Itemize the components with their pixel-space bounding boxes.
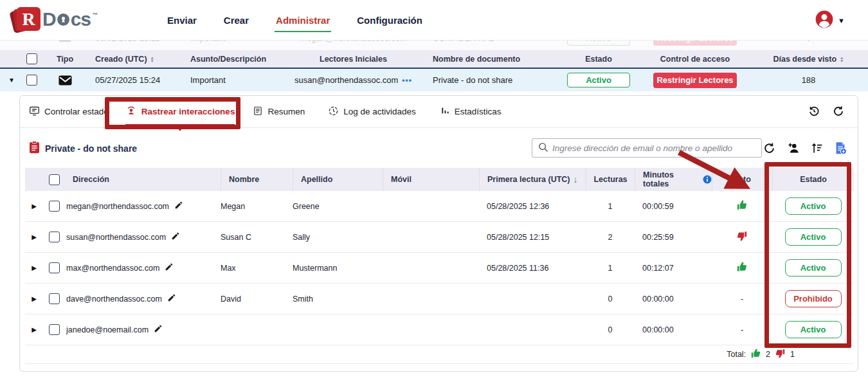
edit-pencil-icon[interactable]: [167, 293, 176, 304]
user-menu[interactable]: ▼: [815, 10, 845, 31]
nav-item-crear[interactable]: Crear: [222, 10, 250, 31]
trademark-symbol: ™: [92, 12, 98, 18]
thumb-down-icon: [736, 230, 748, 242]
edit-pencil-icon[interactable]: [165, 262, 174, 273]
select-all-documents-checkbox[interactable]: [26, 53, 37, 64]
document-status-button[interactable]: Activo: [567, 73, 630, 87]
status-badge[interactable]: Prohibido: [785, 290, 842, 307]
panel-document-title: Private - do not share: [29, 141, 137, 156]
history-icon[interactable]: [808, 105, 820, 118]
days-since-seen-value: 188: [749, 75, 868, 85]
lock-o-icon: [57, 9, 70, 31]
status-badge[interactable]: Activo: [785, 321, 842, 338]
col-header-control-acceso: Control de acceso: [641, 55, 749, 64]
refresh-icon[interactable]: [832, 105, 845, 118]
status-badge[interactable]: Activo: [785, 197, 842, 215]
thumb-down-total-count: 1: [790, 350, 795, 359]
reader-first-name: Susan C: [221, 233, 293, 242]
reader-row-checkbox[interactable]: [49, 324, 60, 335]
expand-reader-row-icon[interactable]: ▶: [25, 264, 43, 271]
expand-reader-row-icon[interactable]: ▶: [25, 203, 43, 210]
totals-row: Total: 2 1: [25, 345, 854, 364]
reader-row-checkbox[interactable]: [49, 232, 60, 242]
col-movil: Móvil: [383, 168, 479, 191]
read-count: 0: [586, 295, 635, 304]
sort-creado-icon[interactable]: ▲▼: [150, 56, 154, 62]
user-avatar-icon[interactable]: [815, 10, 833, 31]
edit-pencil-icon[interactable]: [154, 324, 163, 335]
refresh-readers-icon[interactable]: [763, 141, 776, 155]
first-read-timestamp: 05/28/2025 12:15: [479, 233, 586, 242]
document-row-checkbox[interactable]: [26, 75, 37, 86]
document-created: 05/27/2025 15:24: [90, 75, 175, 85]
document-detail-panel: Controlar estado Rastrear interacciones …: [19, 95, 858, 372]
search-input[interactable]: [552, 143, 756, 153]
col-header-nombre-documento: Nombre de documento: [429, 55, 556, 64]
edit-pencil-icon[interactable]: [171, 232, 180, 242]
export-report-icon[interactable]: [833, 141, 847, 155]
collapse-row-icon[interactable]: ▼: [0, 77, 23, 84]
col-header-lectores: Lectores Iniciales: [278, 55, 429, 64]
statistics-bars-icon: [440, 105, 450, 118]
vote-cell: -: [712, 325, 772, 334]
status-badge[interactable]: Activo: [785, 228, 842, 246]
readers-scrollbar-track[interactable]: [847, 191, 851, 345]
nav-item-administrar[interactable]: Administrar: [275, 10, 331, 31]
readers-table-header: Dirección Nombre Apellido Móvil Primera …: [25, 168, 854, 191]
reader-row-checkbox[interactable]: [49, 262, 60, 273]
thumb-down-total-icon: [775, 348, 786, 361]
logo-wordmark: D cs: [42, 7, 91, 31]
thumb-up-icon: [736, 199, 748, 211]
rdocs-logo[interactable]: R D cs ™: [17, 7, 98, 31]
tab-controlar-estado[interactable]: Controlar estado: [29, 96, 109, 128]
expand-reader-row-icon[interactable]: ▶: [25, 326, 43, 333]
documents-table-header: Tipo Creado (UTC) ▲▼ Asunto/Descripción …: [0, 50, 868, 68]
reader-email-cell: janedoe@noemail.com: [65, 324, 221, 335]
col-direccion: Dirección: [65, 168, 221, 191]
select-all-readers-checkbox[interactable]: [49, 174, 60, 185]
readers-scrollbar-thumb[interactable]: [847, 191, 851, 309]
reader-last-name: Greene: [293, 202, 383, 211]
panel-toolbar: Private - do not share: [20, 128, 858, 164]
reader-email: max@northendassoc.com: [66, 264, 159, 273]
tab-estadisticas[interactable]: Estadísticas: [440, 96, 502, 128]
total-minutes: 00:00:59: [635, 202, 712, 211]
detail-tab-bar: Controlar estado Rastrear interacciones …: [20, 96, 858, 128]
tab-rastrear-interacciones[interactable]: Rastrear interacciones: [125, 96, 235, 128]
info-icon[interactable]: [703, 175, 712, 184]
main-menu: Enviar Crear Administrar Configuración: [166, 0, 424, 40]
nav-item-configuracion[interactable]: Configuración: [356, 10, 424, 31]
thumb-up-total-count: 2: [766, 350, 770, 359]
col-header-tipo: Tipo: [40, 55, 90, 64]
expand-reader-row-icon[interactable]: ▶: [25, 295, 43, 302]
sort-list-icon[interactable]: [810, 141, 824, 155]
reader-row-checkbox[interactable]: [49, 201, 60, 212]
sort-primera-lectura-icon[interactable]: ↓: [574, 174, 578, 185]
top-navigation-bar: R D cs ™ Enviar Crear Administrar Config…: [0, 0, 868, 40]
nav-item-enviar[interactable]: Enviar: [166, 10, 198, 31]
reader-email-cell: megan@northendassoc.com: [65, 201, 221, 212]
email-type-icon: [40, 75, 90, 86]
read-count: 1: [586, 202, 635, 211]
reader-email: janedoe@noemail.com: [66, 325, 149, 334]
reader-row-checkbox[interactable]: [49, 293, 60, 304]
document-row-expanded: ▼ 05/27/2025 15:24 Important susan@north…: [0, 68, 868, 91]
restrict-readers-button[interactable]: Restringir Lectores: [653, 73, 737, 88]
user-menu-caret-icon[interactable]: ▼: [838, 17, 845, 24]
add-reader-icon[interactable]: [786, 141, 800, 155]
sort-dias-icon[interactable]: ▲▼: [840, 56, 844, 62]
status-badge[interactable]: Activo: [785, 259, 842, 277]
document-name: Private - do not share: [429, 75, 556, 85]
more-readers-button[interactable]: •••: [402, 76, 412, 85]
first-read-timestamp: 05/28/2025 11:36: [479, 264, 586, 273]
tab-log-actividades[interactable]: Log de actividades: [328, 96, 416, 128]
summary-document-icon: [253, 105, 263, 118]
tab-resumen[interactable]: Resumen: [253, 96, 305, 128]
read-count: 1: [586, 264, 635, 273]
vote-cell: -: [712, 295, 772, 304]
thumb-up-total-icon: [750, 348, 761, 361]
expand-reader-row-icon[interactable]: ▶: [25, 233, 43, 241]
edit-pencil-icon[interactable]: [174, 201, 183, 212]
col-header-estado: Estado: [556, 55, 641, 64]
search-icon: [538, 141, 548, 155]
